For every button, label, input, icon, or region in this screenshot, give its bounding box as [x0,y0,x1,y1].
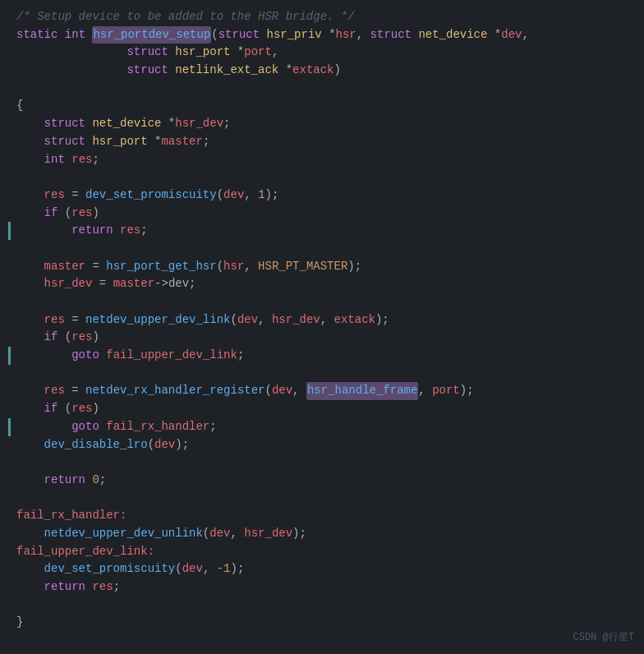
token: -> [154,275,168,293]
token [168,62,175,80]
token: dev [182,560,203,578]
code-line [8,454,644,472]
token: , [258,311,272,329]
token: ( [264,382,271,400]
token: dev [501,26,522,44]
token: } [16,614,23,632]
token: dev_set_promiscuity [85,187,217,205]
token: hsr_dev [44,275,93,293]
code-line: if (res) [8,400,644,418]
token: { [16,97,23,115]
token: dev_disable_lro [44,436,148,454]
token: ; [113,578,120,596]
token: net_device [92,115,161,133]
token: * [278,62,292,80]
token [16,151,44,169]
token: struct [44,115,85,133]
token [16,133,44,151]
token: struct [370,26,412,44]
token [85,115,92,133]
token: ); [460,382,474,400]
token: * [148,133,162,151]
token: hsr_handle_frame [306,382,418,400]
token [16,560,44,578]
code-line: int res; [8,151,644,169]
token: hsr_priv [267,26,322,44]
token: extack [334,311,375,329]
token: ; [223,115,230,133]
token: dev_set_promiscuity [44,560,176,578]
token: return [71,222,113,240]
token [65,151,71,169]
code-line: master = hsr_port_get_hsr(hsr, HSR_PT_MA… [8,258,644,276]
token: dev; [168,275,196,293]
token [16,187,44,205]
token: * [322,26,336,44]
token: master [44,258,85,276]
token: ( [58,329,71,347]
token [16,311,44,329]
token: if [44,205,58,223]
code-line: fail_rx_handler: [8,507,644,525]
token: , [356,26,370,44]
token: , [418,382,432,400]
token: netdev_upper_dev_unlink [44,525,203,543]
code-line: dev_disable_lro(dev); [8,436,644,454]
code-line: static int hsr_portdev_setup(struct hsr_… [8,26,644,44]
token: , [244,187,258,205]
code-line [8,168,644,187]
token: , [244,258,258,276]
token: -1 [217,560,231,578]
token: ( [148,436,154,454]
token [16,115,44,133]
code-line: if (res) [8,329,644,347]
token: ( [230,311,237,329]
token: ; [99,472,106,490]
token: ; [140,222,147,240]
code-line: fail_upper_dev_link: [8,543,644,561]
code-line [8,240,644,258]
code-line: hsr_dev = master->dev; [8,275,644,293]
token: fail_upper_dev_link [106,347,237,365]
token: goto [71,418,99,436]
token: dev [223,187,244,205]
token [16,472,44,490]
token [99,418,106,436]
token: hsr_port [92,133,147,151]
token: int [44,151,65,169]
token: res [44,187,65,205]
token [16,44,126,62]
code-line: { [8,97,644,115]
token: ( [217,187,223,205]
token [412,26,418,44]
token: net_device [418,26,487,44]
token: ); [231,560,245,578]
token: return [44,472,85,490]
token [85,472,92,490]
token: res [71,151,92,169]
code-line [8,365,644,383]
code-line [8,293,644,311]
token: = [92,275,113,293]
code-line: goto fail_rx_handler; [8,418,644,436]
token: dev [209,525,230,543]
token: fail_rx_handler: [16,507,126,525]
token: hsr [223,258,244,276]
code-line: res = netdev_upper_dev_link(dev, hsr_dev… [8,311,644,329]
token: res [71,205,92,223]
token: 0 [92,472,99,490]
token: ; [237,347,244,365]
token: master [161,133,202,151]
token: HSR_PT_MASTER [258,258,347,276]
token: struct [44,133,85,151]
token: , [522,26,528,44]
token: static [16,26,58,44]
token: hsr_port_get_hsr [106,258,216,276]
token: goto [71,347,99,365]
token [85,133,92,151]
token [16,222,71,240]
token [16,578,44,596]
token: * [161,115,175,133]
token [260,26,266,44]
code-block: /* Setup device to be added to the HSR b… [8,8,644,632]
